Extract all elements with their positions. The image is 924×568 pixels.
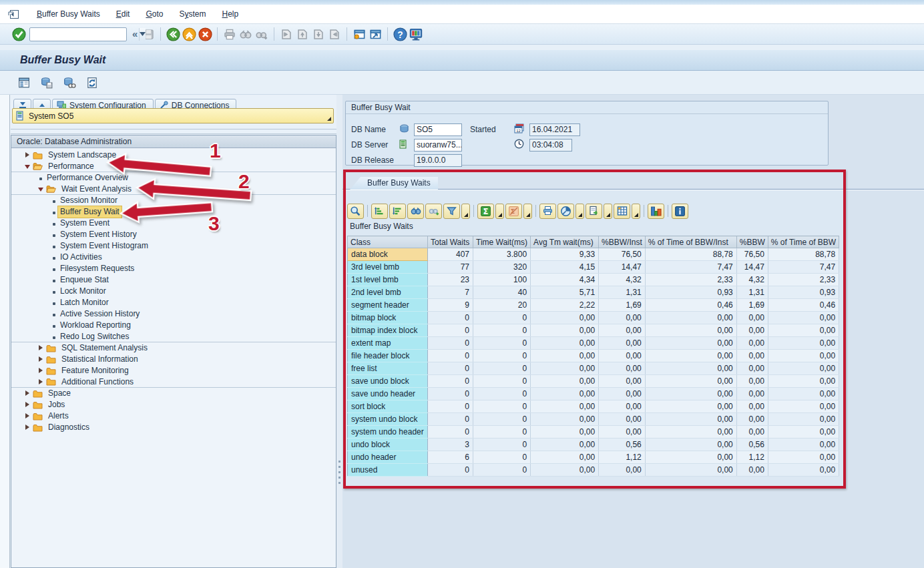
filter-menu-button[interactable] <box>461 204 470 219</box>
value-cell[interactable]: 0,00 <box>531 388 599 400</box>
value-cell[interactable]: 20 <box>473 299 531 312</box>
value-cell[interactable]: 4,34 <box>531 274 599 286</box>
value-cell[interactable]: 0,46 <box>768 299 839 312</box>
value-cell[interactable]: 0,00 <box>736 388 768 400</box>
table-row-save-undo-block[interactable]: save undo block000,000,000,000,000,00 <box>348 375 839 388</box>
tree-item-active-session-history[interactable]: Active Session History <box>11 308 336 320</box>
value-cell[interactable]: 0,00 <box>599 350 646 362</box>
class-cell[interactable]: bitmap index block <box>348 324 428 337</box>
value-cell[interactable]: 76,50 <box>599 248 646 261</box>
tree-item-sql-statement-analysis[interactable]: SQL Statement Analysis <box>11 342 336 354</box>
table-row-undo-block[interactable]: undo block300,000,560,000,560,00 <box>348 439 839 451</box>
value-cell[interactable]: 0,00 <box>645 400 736 413</box>
system-selector[interactable]: System SO5 <box>12 108 334 123</box>
tree-item-workload-reporting[interactable]: Workload Reporting <box>11 320 336 331</box>
value-cell[interactable]: 76,50 <box>736 248 768 261</box>
tree-item-feature-monitoring[interactable]: Feature Monitoring <box>11 365 336 376</box>
subtotal-button[interactable]: Σ <box>505 204 522 219</box>
value-cell[interactable]: 3 <box>428 439 473 451</box>
table-row-sort-block[interactable]: sort block000,000,000,000,000,00 <box>348 400 839 413</box>
value-cell[interactable]: 0 <box>428 362 473 375</box>
export-button[interactable] <box>586 204 602 219</box>
value-cell[interactable]: 0 <box>428 350 473 362</box>
value-cell[interactable]: 0,00 <box>531 439 599 451</box>
value-cell[interactable]: 0,00 <box>645 350 736 362</box>
value-cell[interactable]: 0,00 <box>768 426 839 439</box>
exit-button[interactable] <box>181 26 197 42</box>
value-cell[interactable]: 0,93 <box>768 286 839 299</box>
menu-system[interactable]: System <box>171 7 214 21</box>
first-page-button[interactable] <box>278 26 294 42</box>
info-button[interactable] <box>672 204 688 219</box>
value-cell[interactable]: 9,33 <box>531 248 599 261</box>
class-cell[interactable]: free list <box>348 362 428 375</box>
table-row-extent-map[interactable]: extent map000,000,000,000,000,00 <box>348 337 839 350</box>
value-cell[interactable]: 0,00 <box>736 312 768 324</box>
value-cell[interactable]: 0,00 <box>645 375 736 388</box>
value-cell[interactable]: 0,00 <box>599 375 646 388</box>
value-cell[interactable]: 0,00 <box>768 350 839 362</box>
menu-edit[interactable]: Edit <box>108 7 138 21</box>
value-cell[interactable]: 0 <box>473 375 531 388</box>
value-cell[interactable]: 1,69 <box>599 299 646 312</box>
class-cell[interactable]: data block <box>348 248 428 261</box>
value-cell[interactable]: 0,00 <box>531 337 599 350</box>
class-cell[interactable]: bitmap block <box>348 312 428 324</box>
table-row-unused[interactable]: unused000,000,000,000,000,00 <box>348 464 839 477</box>
sort-descending-button[interactable] <box>389 204 406 219</box>
class-cell[interactable]: sort block <box>348 400 428 413</box>
back-button[interactable] <box>165 26 181 42</box>
expand-icon[interactable] <box>37 365 45 376</box>
value-cell[interactable]: 0,00 <box>768 451 839 464</box>
class-cell[interactable]: undo block <box>348 439 428 451</box>
table-row-save-undo-header[interactable]: save undo header000,000,000,000,000,00 <box>348 388 839 400</box>
value-cell[interactable]: 0,00 <box>599 426 646 439</box>
value-cell[interactable]: 0,00 <box>736 324 768 337</box>
started-date-field[interactable]: 16.04.2021 <box>529 123 580 136</box>
value-cell[interactable]: 0,00 <box>531 426 599 439</box>
value-cell[interactable]: 0 <box>473 324 531 337</box>
value-cell[interactable]: 0 <box>428 375 473 388</box>
tree-item-performance-overview[interactable]: Performance Overview <box>11 172 336 184</box>
collapse-icon[interactable] <box>37 184 45 195</box>
started-time-field[interactable]: 03:04:08 <box>529 139 572 152</box>
table-row-file-header-block[interactable]: file header block000,000,000,000,000,00 <box>348 350 839 362</box>
grid-find-button[interactable] <box>407 204 424 219</box>
value-cell[interactable]: 1,12 <box>736 451 768 464</box>
save-data-button[interactable] <box>39 75 55 91</box>
menu-goto[interactable]: Goto <box>138 7 171 21</box>
value-cell[interactable]: 4,32 <box>599 274 646 286</box>
value-cell[interactable]: 9 <box>428 299 473 312</box>
value-cell[interactable]: 0 <box>428 413 473 426</box>
tree-item-lock-monitor[interactable]: Lock Monitor <box>11 286 336 297</box>
class-cell[interactable]: segment header <box>348 299 428 312</box>
value-cell[interactable]: 0,00 <box>531 464 599 477</box>
print-button[interactable] <box>222 26 238 42</box>
expand-icon[interactable] <box>37 354 45 365</box>
screen-menu-icon[interactable] <box>8 9 19 19</box>
value-cell[interactable]: 0,00 <box>645 451 736 464</box>
value-cell[interactable]: 0,00 <box>531 324 599 337</box>
panel-splitter[interactable] <box>336 95 342 568</box>
value-cell[interactable]: 0,56 <box>599 439 646 451</box>
value-cell[interactable]: 0,00 <box>645 324 736 337</box>
expand-icon[interactable] <box>37 376 45 388</box>
value-cell[interactable]: 0,00 <box>768 413 839 426</box>
value-cell[interactable]: 0,00 <box>645 439 736 451</box>
command-field[interactable] <box>29 27 127 41</box>
table-row-segment-header[interactable]: segment header9202,221,690,461,690,46 <box>348 299 839 312</box>
page-down-button[interactable] <box>310 26 326 42</box>
subtotal-menu-button[interactable] <box>523 204 532 219</box>
value-cell[interactable]: 0,00 <box>599 324 646 337</box>
page-up-button[interactable] <box>294 26 310 42</box>
table-row-1st-level-bmb[interactable]: 1st level bmb231004,344,322,334,322,33 <box>348 274 839 286</box>
column-header-time-wait-ms-[interactable]: Time Wait(ms) <box>473 236 531 248</box>
grid-find-next-button[interactable] <box>425 204 442 219</box>
tree-item-wait-event-analysis[interactable]: Wait Event Analysis <box>11 184 336 195</box>
create-shortcut-button[interactable] <box>367 26 383 42</box>
value-cell[interactable]: 3.800 <box>473 248 531 261</box>
value-cell[interactable]: 0,00 <box>736 362 768 375</box>
class-cell[interactable]: save undo header <box>348 388 428 400</box>
value-cell[interactable]: 0,00 <box>768 324 839 337</box>
find-data-button[interactable] <box>61 75 77 91</box>
